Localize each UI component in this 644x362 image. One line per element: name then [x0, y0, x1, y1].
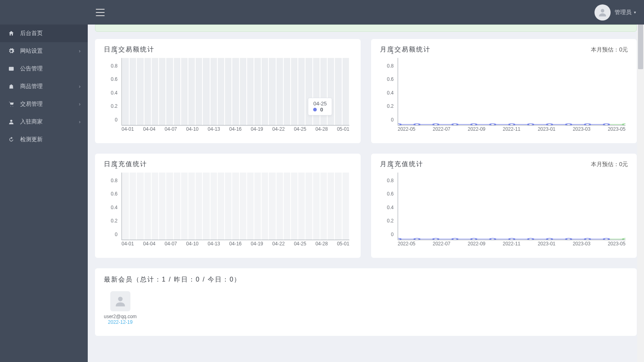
x-tick: 2022-11 [503, 241, 520, 249]
bar [254, 58, 261, 125]
y-tick: 0.2 [111, 103, 118, 109]
y-tick: 1 [391, 164, 394, 170]
x-tick: 04-13 [208, 241, 220, 249]
svg-point-0 [601, 9, 605, 12]
svg-point-24 [547, 238, 553, 240]
x-tick: 2022-09 [468, 126, 485, 134]
chart-monthly-trade[interactable]: 00.20.40.60.81 2022-052022-072022-092022… [380, 58, 628, 134]
bar [130, 173, 136, 240]
gear-icon [8, 48, 14, 54]
bar [122, 173, 129, 240]
svg-point-5 [433, 123, 439, 125]
chart-daily-trade[interactable]: 00.20.40.60.81 04-0104-0404-0704-1004-13… [104, 58, 352, 134]
bar [159, 58, 165, 125]
card-sub: 本月预估：0元 [591, 46, 628, 53]
news-icon [8, 66, 14, 72]
card-sub: 本月预估：0元 [591, 161, 628, 168]
y-tick: 0.8 [111, 63, 118, 69]
tooltip-label: 04-25 [313, 101, 326, 107]
bar [181, 58, 188, 125]
svg-point-28 [623, 238, 625, 240]
card-title: 日度交易额统计 [104, 45, 155, 54]
x-tick: 2023-05 [608, 241, 625, 249]
bar [254, 173, 261, 240]
svg-point-6 [452, 123, 458, 125]
card-members: 最新会员（总计：1 / 昨日：0 / 今日：0） user2@qq.com202… [95, 268, 637, 336]
sidebar-item-refresh[interactable]: 检测更新 [0, 131, 88, 148]
x-tick: 04-01 [122, 241, 134, 249]
bar [232, 58, 239, 125]
svg-point-19 [452, 238, 458, 240]
bar [174, 58, 180, 125]
y-tick: 0.6 [387, 76, 394, 82]
member-item[interactable]: user2@qq.com2022-12-19 [104, 291, 137, 325]
sidebar-item-cart[interactable]: 交易管理› [0, 95, 88, 113]
bar [137, 58, 143, 125]
sidebar-item-gear[interactable]: 网站设置› [0, 42, 88, 60]
x-tick: 2023-03 [573, 241, 590, 249]
bar [218, 173, 224, 240]
svg-point-13 [585, 123, 590, 125]
svg-point-27 [604, 238, 609, 240]
x-tick: 04-04 [143, 241, 156, 249]
bar [269, 173, 275, 240]
x-tick: 04-28 [316, 241, 328, 249]
y-tick: 0 [391, 117, 394, 123]
card-title: 月度交易额统计 [380, 45, 431, 54]
bar [335, 58, 341, 125]
notice-strip [95, 25, 637, 32]
bar [225, 58, 231, 125]
x-tick: 2022-09 [468, 241, 485, 249]
y-tick: 0 [115, 117, 118, 123]
topbar: 管理员 ▾ [0, 0, 644, 25]
person-icon [8, 119, 14, 125]
sidebar-item-person[interactable]: 入驻商家› [0, 113, 88, 131]
chart-tooltip: 04-25 0 [308, 98, 332, 115]
svg-rect-1 [9, 67, 14, 70]
chart-monthly-topup[interactable]: 00.20.40.60.81 2022-052022-072022-092022… [380, 173, 628, 249]
y-tick: 0.6 [111, 76, 118, 82]
sidebar-item-bag[interactable]: 商品管理› [0, 78, 88, 95]
x-tick: 2022-05 [398, 241, 415, 249]
bar [320, 173, 327, 240]
sidebar-item-label: 网站设置 [20, 47, 43, 55]
card-monthly-trade: 月度交易额统计 本月预估：0元 00.20.40.60.81 [371, 39, 637, 143]
x-tick: 2022-05 [398, 126, 415, 134]
scrollbar[interactable] [637, 0, 644, 362]
bar [240, 58, 246, 125]
svg-point-22 [509, 238, 515, 240]
svg-point-8 [490, 123, 495, 125]
y-tick: 0.8 [387, 63, 394, 69]
svg-point-15 [623, 123, 625, 125]
sidebar: 后台首页网站设置›公告管理商品管理›交易管理›入驻商家›检测更新 [0, 25, 88, 362]
y-tick: 1 [115, 164, 118, 170]
y-tick: 1 [115, 49, 118, 55]
bar [144, 173, 151, 240]
svg-point-17 [414, 238, 420, 240]
logo-area [0, 0, 88, 25]
bar [298, 58, 305, 125]
chart-daily-topup[interactable]: 00.20.40.60.81 04-0104-0404-0704-1004-13… [104, 173, 352, 249]
bar [232, 173, 239, 240]
chevron-right-icon: › [79, 119, 80, 125]
bar [262, 58, 268, 125]
bar [277, 173, 283, 240]
members-title: 最新会员（总计：1 / 昨日：0 / 今日：0） [104, 276, 628, 284]
sidebar-item-label: 商品管理 [20, 83, 43, 90]
user-menu[interactable]: 管理员 ▾ [594, 4, 636, 21]
main-content: 日度交易额统计 00.20.40.60.81 04-0104-0404-0704… [88, 25, 644, 362]
menu-toggle-button[interactable] [96, 9, 105, 16]
bar [328, 173, 334, 240]
bar [343, 58, 349, 125]
svg-point-18 [433, 238, 439, 240]
y-tick: 0.2 [111, 218, 118, 224]
sidebar-item-label: 交易管理 [20, 101, 43, 108]
sidebar-item-news[interactable]: 公告管理 [0, 60, 88, 78]
sidebar-item-home[interactable]: 后台首页 [0, 25, 88, 42]
y-tick: 0.2 [387, 218, 394, 224]
x-tick: 2023-01 [538, 241, 555, 249]
series-dot-icon [313, 108, 317, 111]
svg-point-12 [566, 123, 572, 125]
svg-point-25 [566, 238, 572, 240]
bar [247, 173, 254, 240]
